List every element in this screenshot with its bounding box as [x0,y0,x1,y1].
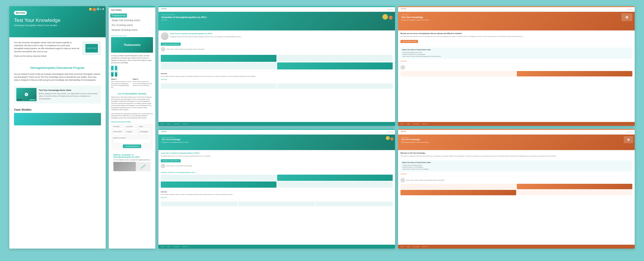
video-card[interactable]: 04:31 BIO·RAD Test Your Knowledge Demo V… [14,86,101,104]
case2-play[interactable] [115,70,117,72]
sc3-mini-nav: BIO·RAD Resources ▾ [158,130,395,134]
sc3-logo: BIO·RAD [160,130,168,132]
sc1-table1 [161,84,276,89]
sc3-learn-more[interactable]: Learn more [161,196,393,198]
case2-video[interactable] [115,66,117,76]
sc2-hero: Lab at a Glance Test Your Knowledge Eval… [398,12,635,30]
deco-o [389,16,393,20]
first-name-input[interactable] [113,128,125,130]
sc3-text: Hemoglobin experts came to Bio-Rad has c… [161,155,393,157]
sc1-learn-more[interactable]: Learn more [161,78,393,80]
case1-play[interactable] [111,70,114,72]
sc4-explore-section: Explore the Library of Variants Demo Vid… [400,160,632,172]
form-row-1: *First Name *Last Name *Email [113,126,151,130]
variants-list-title: List of Hemoglobin Variants [111,92,153,95]
case-studies-title: Case Studies [14,108,101,112]
edu-text: Are you looking for tools to help you ev… [14,73,101,82]
sc1-content: Learn how to evaluate hemoglobinopathies… [158,30,395,122]
sc4-img3 [400,190,516,195]
sc2-title: Test Your Knowledge [401,16,632,19]
download-brochure-button[interactable]: Download brochure [123,144,141,148]
sc3-register-btn[interactable]: Register to watch webinar [161,159,181,162]
country-select[interactable] [139,133,151,135]
company-field: *Company [126,131,138,135]
sc2-subtitle: Evaluating Hemoglobin Variant Case Studi… [401,19,632,21]
sc1-subtitle: by HPLC [162,19,392,21]
tab-variants[interactable]: Variants (Coming soon) [110,28,139,32]
play-button[interactable] [25,93,28,96]
sc3-overview-title: Overview [161,191,393,193]
sc3-img2 [277,174,393,181]
sc4-grid [400,184,632,195]
webinar-section: Webinar: Evaluation of Hemoglobinopathie… [111,152,153,173]
video-title: Test Your Knowledge Demo Video [39,89,99,91]
sc2-explore-title: Explore the Library of Variants Demo Vid… [402,49,631,51]
sc1-table-section [161,84,393,89]
sc1-author-info: Learn how to evaluate hemoglobinopathies… [170,32,242,40]
sc3-img4 [277,182,393,188]
video-thumbnail[interactable]: 04:31 BIO·RAD [16,88,36,101]
sc1-table2 [277,84,393,89]
question-textarea[interactable] [113,139,151,144]
tab-a1c[interactable]: A1c (Coming soon) [110,23,134,27]
series-label: Case Study Video Series [111,35,153,36]
sc1-footer-access: Accessibility [173,123,180,124]
sc4-explore-item3: • Marco Flamm, Senior Global Product Man… [402,168,631,170]
sc1-img2 [277,55,393,62]
sc3-content: Learn how to evaluate hemoglobinopathies… [158,150,395,245]
case-content: Case Study Video Series Thalassemia To h… [109,33,155,175]
sc2-intro-title: We give you our across chromatograms tha… [400,32,632,35]
case1-video[interactable] [111,66,114,76]
phone-input[interactable] [113,133,125,135]
sc2-explore-item2: • Identify all the peaks on a chromatogr… [402,54,631,56]
variants-text2: This convenient list, organized by reten… [111,113,153,119]
video-description: Before jumping into the case studies, yo… [39,92,99,100]
webinar-title: Webinar: Evaluation of Hemoglobinopathie… [114,154,151,158]
video-info: Test Your Knowledge Demo Video Before ju… [39,89,99,100]
chart-icon [140,164,146,170]
webinar-image [114,162,151,171]
sc1-avatar [161,47,166,52]
sc4-play-deco [628,138,630,141]
tab-thalassemia[interactable]: Thalassemia [110,14,127,18]
sc3-t1 [161,202,238,206]
sc2-img2 [517,71,632,76]
sc2-footer-privacy: Privacy [406,123,410,124]
sc3-deco-y [386,136,390,140]
screenshot-card-1: BIO·RAD Resources ▾ Popular & Latest COV… [158,6,395,126]
sc2-cta-btn[interactable]: What do these studies [400,40,418,43]
sc4-footer-about: About [400,246,404,247]
sc2-learn-more[interactable]: Learn More [400,60,632,62]
company-input[interactable] [126,133,138,135]
sc3-footer: About Privacy Accessibility Contact Us [158,245,395,248]
sc1-img1 [161,55,276,62]
sc3-footer-about: About [161,246,164,247]
sc4-label: Lab at a Glance [401,137,632,138]
deco-circle-orange [92,8,96,11]
sc2-play-icon [626,16,628,18]
sc3-deco [386,136,394,140]
tab-sickle-cell[interactable]: Sickle Cell (Coming soon) [110,18,141,22]
sc4-learn-more[interactable]: Learn More [400,173,632,174]
deco-circle-teal [97,8,99,10]
sc4-footer-contact: Contact Us [422,246,428,247]
sc2-explore-items: • Quickly hemoglobin genetic review • Id… [402,52,631,58]
first-name-label: *First Name [113,126,125,127]
sc3-author-row: Marco Flamm, Senior Global Product Manag… [161,164,393,168]
sc2-footer-about: About [400,123,404,124]
last-name-input[interactable] [126,128,138,130]
sc1-grid [161,55,393,70]
left-panel: BIO·RAD + ⊕ Test Your Knowledge Evaluati… [9,6,106,248]
webinar-text: For more details on how to evaluate hemo… [114,159,151,161]
sc1-overview-text: HPLC testing, through the analysis of pe… [161,76,393,77]
sc1-register-btn[interactable]: Register to watch webinar [161,42,181,46]
sc1-footer-privacy: Privacy [166,123,170,124]
email-input[interactable] [139,128,151,130]
sc2-logo: BIO·RAD [400,8,408,10]
play-icon [26,94,27,95]
right-panel: BIO·RAD Resources ▾ Popular & Latest COV… [158,6,635,248]
sc2-label: Lab at a Glance [401,14,632,15]
sc2-explore-item3: • Marco Flamm, Senior Global Product Man… [402,56,631,58]
edu-content: Are you looking for tools to help you ev… [9,71,106,84]
sc4-logo: BIO·RAD [400,130,408,132]
